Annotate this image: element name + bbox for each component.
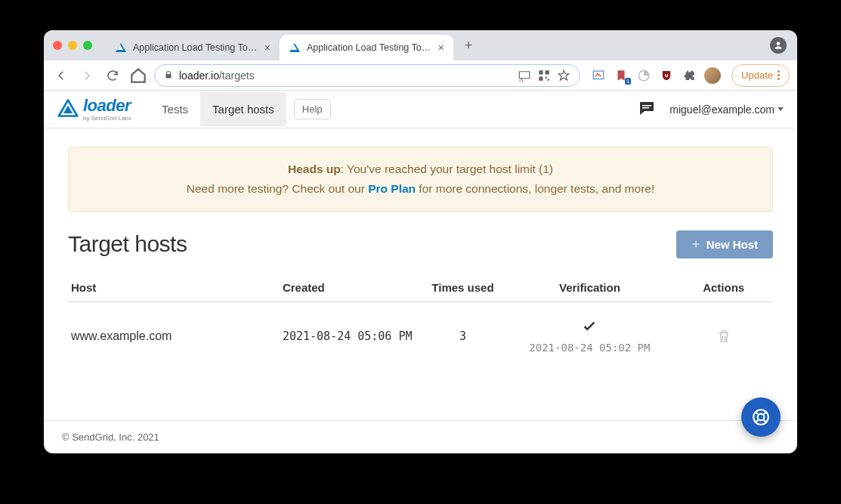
cast-icon[interactable] [518, 69, 531, 82]
reload-button[interactable] [103, 66, 122, 85]
minimize-window[interactable] [68, 41, 77, 50]
more-dots-icon [778, 70, 780, 80]
alert-line1: : You've reached your target host limit … [341, 162, 553, 175]
svg-text:u: u [665, 72, 669, 79]
table-row: www.example.com 2021-08-24 05:06 PM 3 20… [68, 301, 773, 370]
svg-rect-2 [539, 70, 543, 74]
nav-tests[interactable]: Tests [150, 92, 200, 126]
bookmark-star-icon[interactable] [557, 69, 570, 82]
qr-icon[interactable] [537, 69, 551, 82]
url-text: loader.io/targets [179, 70, 255, 82]
th-host: Host [68, 274, 280, 302]
cell-host[interactable]: www.example.com [68, 301, 280, 370]
home-button[interactable] [128, 66, 148, 85]
svg-rect-6 [548, 79, 549, 80]
caret-down-icon [778, 107, 784, 111]
footer-copyright: © SendGrid, Inc. 2021 [44, 420, 797, 453]
lock-icon [164, 70, 173, 82]
extension-icon[interactable]: 1 [614, 68, 629, 83]
cell-verified-at: 2021-08-24 05:02 PM [529, 342, 650, 354]
loader-favicon [115, 42, 127, 54]
nav-target-hosts[interactable]: Target hosts [200, 92, 286, 126]
hosts-table: Host Created Times used Verification Act… [68, 274, 773, 370]
profile-photo[interactable] [704, 67, 721, 84]
svg-rect-3 [546, 70, 549, 74]
svg-rect-4 [539, 76, 543, 80]
new-host-label: New Host [707, 238, 758, 251]
user-menu[interactable]: miguel@example.com [669, 104, 784, 116]
check-icon [581, 319, 598, 339]
svg-point-0 [777, 42, 781, 45]
alert-heads-up: Heads up [288, 162, 341, 175]
cell-times: 3 [420, 301, 505, 370]
loader-mark-icon [57, 97, 79, 122]
tab-title: Application Load Testing Tools [307, 42, 432, 53]
th-actions: Actions [674, 274, 773, 302]
loader-logo[interactable]: loader by SendGrid Labs [57, 97, 131, 122]
brand-name: loader [83, 97, 131, 114]
close-window[interactable] [53, 41, 62, 50]
th-verification: Verification [505, 274, 674, 302]
new-host-button[interactable]: New Host [676, 230, 773, 258]
maximize-window[interactable] [83, 41, 92, 50]
back-button[interactable] [51, 66, 71, 85]
tab-title: Application Load Testing Tools [133, 42, 258, 53]
chat-icon[interactable] [638, 99, 656, 120]
browser-tab-active[interactable]: Application Load Testing Tools × [280, 35, 453, 60]
svg-rect-5 [546, 76, 547, 78]
update-button[interactable]: Update [731, 64, 790, 87]
cell-created: 2021-08-24 05:06 PM [280, 301, 421, 370]
alert-line2-post: for more connections, longer tests, and … [416, 182, 654, 195]
ublock-icon[interactable]: u [659, 68, 674, 83]
close-tab-icon[interactable]: × [438, 42, 444, 54]
pro-plan-link[interactable]: Pro Plan [368, 182, 416, 195]
browser-tab[interactable]: Application Load Testing Tools × [106, 35, 280, 60]
plus-icon [691, 238, 700, 251]
close-tab-icon[interactable]: × [264, 42, 271, 54]
user-email: miguel@example.com [669, 104, 775, 116]
address-bar[interactable]: loader.io/targets [154, 64, 580, 87]
svg-rect-10 [642, 105, 651, 107]
svg-rect-11 [642, 107, 649, 109]
support-fab[interactable] [741, 397, 781, 437]
loader-favicon [289, 42, 301, 54]
profile-avatar-icon[interactable] [770, 37, 787, 54]
extension-icon[interactable] [636, 68, 651, 83]
extension-icon[interactable] [591, 68, 606, 83]
brand-byline: by SendGrid Labs [83, 116, 131, 122]
th-created: Created [280, 274, 421, 302]
alert-line2-pre: Need more testing? Check out our [187, 182, 368, 195]
window-controls[interactable] [53, 41, 106, 50]
limit-alert: Heads up: You've reached your target hos… [68, 147, 773, 212]
update-label: Update [741, 70, 773, 81]
th-times: Times used [420, 274, 505, 302]
new-tab-button[interactable]: + [458, 38, 479, 54]
extensions-puzzle-icon[interactable] [682, 68, 697, 83]
help-button[interactable]: Help [294, 99, 331, 119]
lifebuoy-icon [751, 407, 771, 427]
page-title: Target hosts [68, 231, 187, 257]
svg-rect-1 [519, 71, 530, 78]
svg-point-13 [758, 414, 765, 421]
delete-host-button[interactable] [677, 327, 770, 345]
forward-button [77, 66, 97, 85]
